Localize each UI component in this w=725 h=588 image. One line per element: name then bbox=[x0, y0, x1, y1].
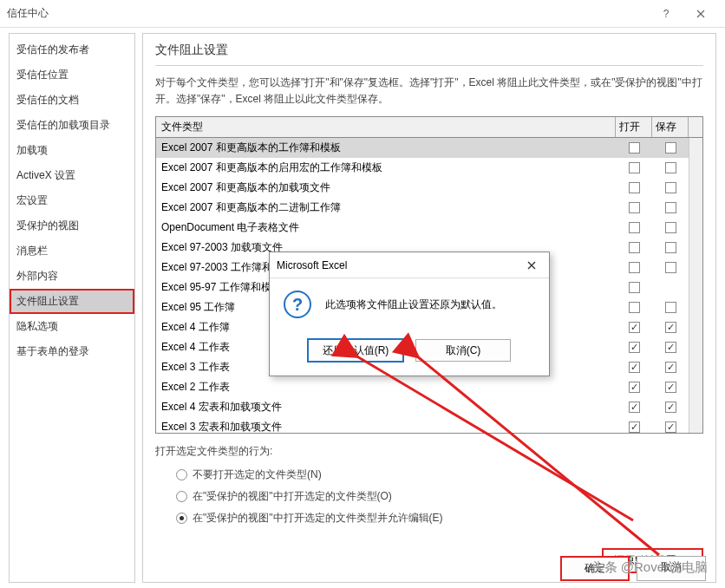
sidebar-item[interactable]: 外部内容 bbox=[10, 264, 134, 289]
dialog-message: 此选项将文件阻止设置还原为默认值。 bbox=[325, 297, 502, 312]
open-checkbox[interactable] bbox=[629, 362, 640, 373]
save-checkbox[interactable] bbox=[665, 222, 676, 233]
table-row[interactable]: Excel 2007 和更高版本的加载项文件 bbox=[156, 178, 702, 198]
open-checkbox[interactable] bbox=[629, 202, 640, 213]
table-scrollbar[interactable] bbox=[689, 138, 702, 433]
table-row[interactable]: Excel 3 宏表和加载项文件 bbox=[156, 417, 702, 433]
sidebar-item[interactable]: 受信任的发布者 bbox=[10, 37, 134, 62]
save-checkbox[interactable] bbox=[665, 342, 676, 353]
question-icon: ? bbox=[284, 291, 311, 318]
col-header-open: 打开 bbox=[616, 117, 652, 137]
save-checkbox[interactable] bbox=[665, 322, 676, 333]
table-row[interactable]: Excel 2007 和更高版本的工作簿和模板 bbox=[156, 138, 702, 158]
open-checkbox[interactable] bbox=[629, 421, 640, 433]
titlebar: 信任中心 ? bbox=[0, 0, 725, 28]
open-checkbox[interactable] bbox=[629, 222, 640, 233]
open-checkbox[interactable] bbox=[629, 342, 640, 353]
sidebar-item[interactable]: 受信任的文档 bbox=[10, 88, 134, 113]
col-header-save: 保存 bbox=[652, 117, 689, 137]
section-title: 文件阻止设置 bbox=[155, 42, 703, 66]
open-checkbox[interactable] bbox=[629, 262, 640, 273]
cancel-button[interactable]: 取消 bbox=[637, 556, 706, 581]
sidebar-item[interactable]: 受信任位置 bbox=[10, 62, 134, 88]
dialog-close-button[interactable] bbox=[521, 255, 542, 276]
dialog-title: Microsoft Excel bbox=[277, 259, 521, 271]
file-type-label: OpenDocument 电子表格文件 bbox=[156, 220, 616, 235]
behavior-label: 打开选定文件类型的行为: bbox=[155, 444, 703, 459]
save-checkbox[interactable] bbox=[665, 402, 676, 413]
open-checkbox[interactable] bbox=[629, 402, 640, 413]
radio-label: 不要打开选定的文件类型(N) bbox=[193, 467, 322, 482]
help-button[interactable]: ? bbox=[649, 0, 683, 28]
behavior-option[interactable]: 在"受保护的视图"中打开选定的文件类型(O) bbox=[155, 486, 703, 507]
table-row[interactable]: Excel 4 宏表和加载项文件 bbox=[156, 397, 702, 417]
file-type-label: Excel 2007 和更高版本的启用宏的工作簿和模板 bbox=[156, 160, 616, 175]
radio-label: 在"受保护的视图"中打开选定的文件类型(O) bbox=[193, 489, 392, 504]
radio-icon bbox=[176, 491, 187, 502]
dialog-restore-button[interactable]: 还原默认值(R) bbox=[308, 339, 403, 362]
table-row[interactable]: Excel 2007 和更高版本的二进制工作簿 bbox=[156, 198, 702, 218]
save-checkbox[interactable] bbox=[665, 202, 676, 213]
confirm-dialog: Microsoft Excel ? 此选项将文件阻止设置还原为默认值。 还原默认… bbox=[269, 252, 550, 376]
behavior-option[interactable]: 在"受保护的视图"中打开选定的文件类型并允许编辑(E) bbox=[155, 507, 703, 529]
open-checkbox[interactable] bbox=[629, 282, 640, 293]
dialog-cancel-button[interactable]: 取消(C) bbox=[415, 339, 511, 362]
sidebar-item[interactable]: 宏设置 bbox=[10, 188, 134, 213]
description: 对于每个文件类型，您可以选择"打开"和"保存"复选框。选择"打开"，Excel … bbox=[155, 75, 703, 108]
open-checkbox[interactable] bbox=[629, 142, 640, 154]
save-checkbox[interactable] bbox=[665, 142, 676, 154]
save-checkbox[interactable] bbox=[665, 262, 676, 273]
save-checkbox[interactable] bbox=[665, 362, 676, 373]
file-type-label: Excel 4 宏表和加载项文件 bbox=[156, 400, 616, 415]
open-checkbox[interactable] bbox=[629, 382, 640, 393]
open-checkbox[interactable] bbox=[629, 242, 640, 253]
file-type-label: Excel 2007 和更高版本的工作簿和模板 bbox=[156, 140, 616, 155]
window-title: 信任中心 bbox=[7, 6, 49, 21]
open-checkbox[interactable] bbox=[629, 322, 640, 333]
sidebar: 受信任的发布者受信任位置受信任的文档受信任的加载项目录加载项ActiveX 设置… bbox=[9, 33, 135, 583]
sidebar-item[interactable]: 加载项 bbox=[10, 138, 134, 163]
sidebar-item[interactable]: 基于表单的登录 bbox=[10, 339, 134, 364]
open-checkbox[interactable] bbox=[629, 302, 640, 313]
sidebar-item[interactable]: 消息栏 bbox=[10, 238, 134, 264]
table-row[interactable]: Excel 2 工作表 bbox=[156, 377, 702, 397]
save-checkbox[interactable] bbox=[665, 421, 676, 433]
open-checkbox[interactable] bbox=[629, 182, 640, 193]
behavior-section: 打开选定文件类型的行为: 不要打开选定的文件类型(N)在"受保护的视图"中打开选… bbox=[155, 444, 703, 529]
file-type-label: Excel 2007 和更高版本的二进制工作簿 bbox=[156, 200, 616, 215]
col-header-type: 文件类型 bbox=[156, 117, 616, 137]
radio-icon bbox=[176, 513, 187, 524]
open-checkbox[interactable] bbox=[629, 162, 640, 173]
radio-label: 在"受保护的视图"中打开选定的文件类型并允许编辑(E) bbox=[193, 511, 443, 526]
sidebar-item[interactable]: 文件阻止设置 bbox=[10, 289, 134, 314]
sidebar-item[interactable]: 受保护的视图 bbox=[10, 213, 134, 238]
file-type-label: Excel 2 工作表 bbox=[156, 380, 616, 395]
close-button[interactable] bbox=[683, 0, 718, 28]
save-checkbox[interactable] bbox=[665, 382, 676, 393]
save-checkbox[interactable] bbox=[665, 182, 676, 193]
table-row[interactable]: OpenDocument 电子表格文件 bbox=[156, 218, 702, 238]
file-type-label: Excel 2007 和更高版本的加载项文件 bbox=[156, 180, 616, 195]
sidebar-item[interactable]: 隐私选项 bbox=[10, 314, 134, 339]
table-row[interactable]: Excel 2007 和更高版本的启用宏的工作簿和模板 bbox=[156, 158, 702, 178]
save-checkbox[interactable] bbox=[665, 162, 676, 173]
behavior-option[interactable]: 不要打开选定的文件类型(N) bbox=[155, 464, 703, 486]
radio-icon bbox=[176, 469, 187, 480]
sidebar-item[interactable]: 受信任的加载项目录 bbox=[10, 113, 134, 138]
save-checkbox[interactable] bbox=[665, 242, 676, 253]
ok-button[interactable]: 确定 bbox=[560, 556, 630, 581]
file-type-label: Excel 3 宏表和加载项文件 bbox=[156, 420, 616, 433]
save-checkbox[interactable] bbox=[665, 302, 676, 313]
sidebar-item[interactable]: ActiveX 设置 bbox=[10, 163, 134, 188]
